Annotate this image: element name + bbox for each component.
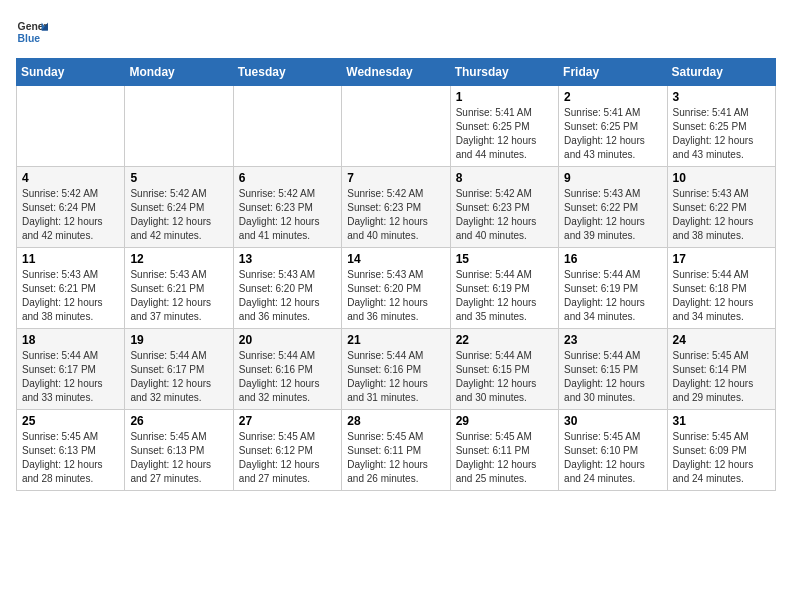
calendar-cell: 5Sunrise: 5:42 AM Sunset: 6:24 PM Daylig… (125, 167, 233, 248)
day-info: Sunrise: 5:41 AM Sunset: 6:25 PM Dayligh… (564, 106, 661, 162)
day-info: Sunrise: 5:44 AM Sunset: 6:15 PM Dayligh… (456, 349, 553, 405)
calendar-cell: 23Sunrise: 5:44 AM Sunset: 6:15 PM Dayli… (559, 329, 667, 410)
calendar-cell: 30Sunrise: 5:45 AM Sunset: 6:10 PM Dayli… (559, 410, 667, 491)
logo: General Blue (16, 16, 52, 48)
day-info: Sunrise: 5:44 AM Sunset: 6:16 PM Dayligh… (347, 349, 444, 405)
calendar-week-row: 4Sunrise: 5:42 AM Sunset: 6:24 PM Daylig… (17, 167, 776, 248)
day-number: 28 (347, 414, 444, 428)
day-info: Sunrise: 5:45 AM Sunset: 6:09 PM Dayligh… (673, 430, 770, 486)
calendar-cell: 6Sunrise: 5:42 AM Sunset: 6:23 PM Daylig… (233, 167, 341, 248)
day-info: Sunrise: 5:41 AM Sunset: 6:25 PM Dayligh… (673, 106, 770, 162)
calendar-week-row: 25Sunrise: 5:45 AM Sunset: 6:13 PM Dayli… (17, 410, 776, 491)
day-info: Sunrise: 5:42 AM Sunset: 6:23 PM Dayligh… (347, 187, 444, 243)
calendar-cell (125, 86, 233, 167)
calendar-cell: 1Sunrise: 5:41 AM Sunset: 6:25 PM Daylig… (450, 86, 558, 167)
calendar-cell: 2Sunrise: 5:41 AM Sunset: 6:25 PM Daylig… (559, 86, 667, 167)
day-number: 14 (347, 252, 444, 266)
day-info: Sunrise: 5:43 AM Sunset: 6:21 PM Dayligh… (22, 268, 119, 324)
day-number: 27 (239, 414, 336, 428)
calendar-table: SundayMondayTuesdayWednesdayThursdayFrid… (16, 58, 776, 491)
day-number: 30 (564, 414, 661, 428)
calendar-cell: 11Sunrise: 5:43 AM Sunset: 6:21 PM Dayli… (17, 248, 125, 329)
calendar-cell: 21Sunrise: 5:44 AM Sunset: 6:16 PM Dayli… (342, 329, 450, 410)
calendar-cell: 16Sunrise: 5:44 AM Sunset: 6:19 PM Dayli… (559, 248, 667, 329)
day-info: Sunrise: 5:44 AM Sunset: 6:17 PM Dayligh… (22, 349, 119, 405)
calendar-cell: 29Sunrise: 5:45 AM Sunset: 6:11 PM Dayli… (450, 410, 558, 491)
day-number: 22 (456, 333, 553, 347)
column-header-monday: Monday (125, 59, 233, 86)
day-number: 15 (456, 252, 553, 266)
calendar-cell: 12Sunrise: 5:43 AM Sunset: 6:21 PM Dayli… (125, 248, 233, 329)
calendar-cell: 25Sunrise: 5:45 AM Sunset: 6:13 PM Dayli… (17, 410, 125, 491)
day-number: 11 (22, 252, 119, 266)
day-number: 10 (673, 171, 770, 185)
day-info: Sunrise: 5:45 AM Sunset: 6:12 PM Dayligh… (239, 430, 336, 486)
day-info: Sunrise: 5:44 AM Sunset: 6:19 PM Dayligh… (456, 268, 553, 324)
svg-text:Blue: Blue (18, 33, 41, 44)
calendar-cell: 8Sunrise: 5:42 AM Sunset: 6:23 PM Daylig… (450, 167, 558, 248)
day-number: 23 (564, 333, 661, 347)
day-info: Sunrise: 5:43 AM Sunset: 6:20 PM Dayligh… (347, 268, 444, 324)
day-info: Sunrise: 5:43 AM Sunset: 6:21 PM Dayligh… (130, 268, 227, 324)
day-info: Sunrise: 5:44 AM Sunset: 6:19 PM Dayligh… (564, 268, 661, 324)
calendar-cell: 10Sunrise: 5:43 AM Sunset: 6:22 PM Dayli… (667, 167, 775, 248)
day-info: Sunrise: 5:44 AM Sunset: 6:18 PM Dayligh… (673, 268, 770, 324)
logo-icon: General Blue (16, 16, 48, 48)
page-header: General Blue (16, 16, 776, 48)
calendar-cell: 9Sunrise: 5:43 AM Sunset: 6:22 PM Daylig… (559, 167, 667, 248)
day-info: Sunrise: 5:45 AM Sunset: 6:13 PM Dayligh… (22, 430, 119, 486)
calendar-cell: 31Sunrise: 5:45 AM Sunset: 6:09 PM Dayli… (667, 410, 775, 491)
column-header-friday: Friday (559, 59, 667, 86)
column-header-saturday: Saturday (667, 59, 775, 86)
calendar-cell: 3Sunrise: 5:41 AM Sunset: 6:25 PM Daylig… (667, 86, 775, 167)
calendar-cell (233, 86, 341, 167)
day-info: Sunrise: 5:44 AM Sunset: 6:16 PM Dayligh… (239, 349, 336, 405)
day-number: 2 (564, 90, 661, 104)
calendar-cell: 26Sunrise: 5:45 AM Sunset: 6:13 PM Dayli… (125, 410, 233, 491)
day-info: Sunrise: 5:45 AM Sunset: 6:11 PM Dayligh… (347, 430, 444, 486)
calendar-cell: 17Sunrise: 5:44 AM Sunset: 6:18 PM Dayli… (667, 248, 775, 329)
calendar-cell: 4Sunrise: 5:42 AM Sunset: 6:24 PM Daylig… (17, 167, 125, 248)
column-header-thursday: Thursday (450, 59, 558, 86)
calendar-cell: 15Sunrise: 5:44 AM Sunset: 6:19 PM Dayli… (450, 248, 558, 329)
calendar-cell: 24Sunrise: 5:45 AM Sunset: 6:14 PM Dayli… (667, 329, 775, 410)
day-number: 31 (673, 414, 770, 428)
calendar-cell: 18Sunrise: 5:44 AM Sunset: 6:17 PM Dayli… (17, 329, 125, 410)
day-number: 18 (22, 333, 119, 347)
calendar-header-row: SundayMondayTuesdayWednesdayThursdayFrid… (17, 59, 776, 86)
day-number: 21 (347, 333, 444, 347)
day-info: Sunrise: 5:45 AM Sunset: 6:11 PM Dayligh… (456, 430, 553, 486)
calendar-week-row: 1Sunrise: 5:41 AM Sunset: 6:25 PM Daylig… (17, 86, 776, 167)
column-header-sunday: Sunday (17, 59, 125, 86)
calendar-cell: 19Sunrise: 5:44 AM Sunset: 6:17 PM Dayli… (125, 329, 233, 410)
column-header-tuesday: Tuesday (233, 59, 341, 86)
day-number: 5 (130, 171, 227, 185)
calendar-cell (342, 86, 450, 167)
day-info: Sunrise: 5:45 AM Sunset: 6:14 PM Dayligh… (673, 349, 770, 405)
day-number: 29 (456, 414, 553, 428)
day-info: Sunrise: 5:45 AM Sunset: 6:10 PM Dayligh… (564, 430, 661, 486)
day-number: 25 (22, 414, 119, 428)
day-info: Sunrise: 5:42 AM Sunset: 6:24 PM Dayligh… (130, 187, 227, 243)
day-info: Sunrise: 5:42 AM Sunset: 6:24 PM Dayligh… (22, 187, 119, 243)
calendar-week-row: 18Sunrise: 5:44 AM Sunset: 6:17 PM Dayli… (17, 329, 776, 410)
column-header-wednesday: Wednesday (342, 59, 450, 86)
calendar-cell: 28Sunrise: 5:45 AM Sunset: 6:11 PM Dayli… (342, 410, 450, 491)
calendar-cell: 13Sunrise: 5:43 AM Sunset: 6:20 PM Dayli… (233, 248, 341, 329)
day-number: 7 (347, 171, 444, 185)
day-number: 3 (673, 90, 770, 104)
day-number: 17 (673, 252, 770, 266)
calendar-cell (17, 86, 125, 167)
day-number: 1 (456, 90, 553, 104)
calendar-cell: 14Sunrise: 5:43 AM Sunset: 6:20 PM Dayli… (342, 248, 450, 329)
calendar-cell: 22Sunrise: 5:44 AM Sunset: 6:15 PM Dayli… (450, 329, 558, 410)
day-info: Sunrise: 5:45 AM Sunset: 6:13 PM Dayligh… (130, 430, 227, 486)
day-number: 26 (130, 414, 227, 428)
day-number: 19 (130, 333, 227, 347)
day-number: 9 (564, 171, 661, 185)
day-info: Sunrise: 5:41 AM Sunset: 6:25 PM Dayligh… (456, 106, 553, 162)
day-number: 8 (456, 171, 553, 185)
day-info: Sunrise: 5:42 AM Sunset: 6:23 PM Dayligh… (239, 187, 336, 243)
day-number: 12 (130, 252, 227, 266)
calendar-cell: 7Sunrise: 5:42 AM Sunset: 6:23 PM Daylig… (342, 167, 450, 248)
